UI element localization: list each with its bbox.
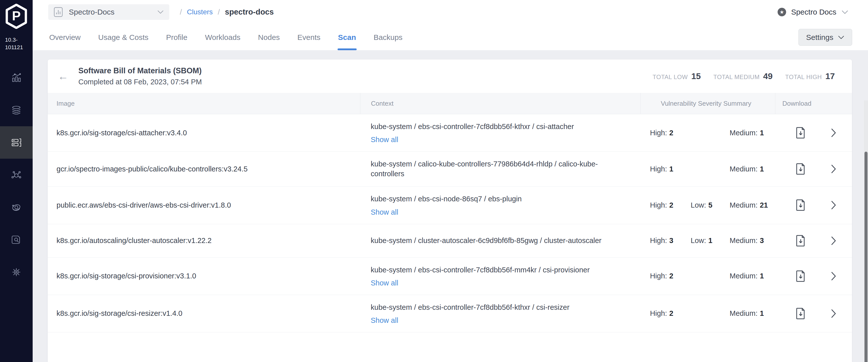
download-file-icon[interactable]: [796, 163, 805, 175]
project-selector[interactable]: Spectro-Docs: [48, 4, 169, 20]
severity-high-label: High:: [650, 309, 667, 318]
tab-workloads[interactable]: Workloads: [204, 33, 241, 50]
sbom-header: ← Software Bill of Materials (SBOM) Comp…: [48, 60, 852, 93]
row-chevron-right-icon[interactable]: [831, 271, 836, 281]
star-avatar-icon: ★: [778, 8, 786, 16]
table-row[interactable]: k8s.gcr.io/autoscaling/cluster-autoscale…: [48, 224, 852, 258]
severity-medium: Medium: 3: [730, 236, 775, 245]
severity-medium-label: Medium:: [730, 129, 757, 137]
severity-low: Low: 1: [691, 236, 730, 245]
sidebar-item-settings[interactable]: [0, 256, 33, 288]
scrollbar-track[interactable]: [864, 100, 868, 362]
download-cell: [775, 152, 852, 186]
download-file-icon[interactable]: [796, 235, 805, 246]
svg-text:P: P: [12, 8, 21, 23]
project-selector-label: Spectro-Docs: [69, 8, 157, 16]
show-all-link[interactable]: Show all: [371, 279, 398, 287]
sbom-completed-at: Completed at 08 Feb, 2023, 07:54 PM: [79, 78, 202, 86]
severity-cell: High: 1 Low: Medium: 1: [641, 152, 775, 186]
severity-high: High: 1: [641, 165, 691, 173]
context-text: kube-system / ebs-csi-node-86sq7 / ebs-p…: [371, 194, 625, 204]
tab-usage-costs[interactable]: Usage & Costs: [97, 33, 149, 50]
content-area: ← Software Bill of Materials (SBOM) Comp…: [33, 50, 868, 362]
severity-medium-value: 1: [760, 309, 764, 318]
severity-medium: Medium: 21: [730, 201, 775, 209]
table-row[interactable]: public.ecr.aws/ebs-csi-driver/aws-ebs-cs…: [48, 187, 852, 224]
show-all-link[interactable]: Show all: [371, 208, 398, 217]
show-all-link[interactable]: Show all: [371, 136, 398, 144]
severity-high: High: 2: [641, 201, 691, 209]
tab-overview[interactable]: Overview: [48, 33, 82, 50]
tab-events[interactable]: Events: [297, 33, 321, 50]
download-cell: [775, 258, 852, 295]
severity-medium-value: 1: [760, 129, 764, 137]
settings-button[interactable]: Settings: [799, 29, 852, 46]
download-cell: [775, 295, 852, 332]
severity-high-label: High:: [650, 236, 667, 245]
chevron-down-icon: [157, 10, 164, 14]
row-chevron-right-icon[interactable]: [831, 236, 836, 245]
show-all-link[interactable]: Show all: [371, 316, 398, 325]
download-file-icon[interactable]: [796, 270, 805, 282]
download-file-icon[interactable]: [796, 127, 805, 139]
row-chevron-right-icon[interactable]: [831, 309, 836, 318]
download-file-icon[interactable]: [796, 308, 805, 319]
chevron-down-icon: [841, 10, 848, 14]
table-row[interactable]: k8s.gcr.io/sig-storage/csi-resizer:v1.4.…: [48, 295, 852, 332]
download-file-icon[interactable]: [796, 199, 805, 211]
severity-high-label: High:: [650, 165, 667, 173]
severity-high-value: 2: [669, 129, 673, 137]
severity-medium-value: 1: [760, 165, 764, 173]
sidebar-item-clusters[interactable]: [0, 126, 33, 159]
image-name: k8s.gcr.io/sig-storage/csi-attacher:v3.4…: [57, 129, 187, 137]
severity-medium-label: Medium:: [730, 272, 757, 280]
severity-medium: Medium: 1: [730, 129, 775, 137]
table-row[interactable]: gcr.io/spectro-images-public/calico/kube…: [48, 152, 852, 187]
severity-medium-value: 21: [760, 201, 768, 209]
tab-profile[interactable]: Profile: [165, 33, 188, 50]
topbar-row1: Spectro-Docs / Clusters / spectro-docs ★…: [33, 0, 868, 24]
clusters-list-icon: [10, 137, 22, 149]
back-arrow-icon[interactable]: ←: [58, 70, 73, 83]
sidebar-item-workspaces[interactable]: [0, 159, 33, 191]
tab-bar: Overview Usage & Costs Profile Workloads…: [48, 33, 404, 50]
severity-low-label: Low:: [691, 236, 706, 245]
row-chevron-right-icon[interactable]: [831, 164, 836, 174]
severity-high-value: 1: [669, 165, 673, 173]
context-text: kube-system / cluster-autoscaler-6c9d9bf…: [371, 236, 625, 245]
breadcrumb-clusters-link[interactable]: Clusters: [187, 8, 213, 16]
total-high-value: 17: [825, 71, 835, 81]
sidebar-item-audit[interactable]: [0, 223, 33, 256]
severity-high-value: 3: [669, 236, 673, 245]
row-chevron-right-icon[interactable]: [831, 200, 836, 210]
cluster-groups-orbit-icon: [10, 202, 22, 213]
palette-logo[interactable]: P: [0, 0, 33, 30]
context-text: kube-system / calico-kube-controllers-77…: [371, 159, 625, 179]
bar-chart-icon: [54, 7, 63, 17]
severity-cell: High: 2 Low: 5 Medium: 21: [641, 187, 775, 224]
sidebar-item-cluster-groups[interactable]: [0, 191, 33, 223]
sidebar-nav: [0, 62, 33, 288]
palette-hexagon-p-logo: P: [5, 4, 28, 29]
table-row[interactable]: k8s.gcr.io/sig-storage/csi-provisioner:v…: [48, 258, 852, 295]
image-name: k8s.gcr.io/autoscaling/cluster-autoscale…: [57, 236, 212, 245]
app-version: 10.3-101121: [0, 36, 33, 51]
tab-scan[interactable]: Scan: [337, 33, 357, 50]
context-cell: kube-system / ebs-csi-controller-7cf8dbb…: [360, 114, 641, 152]
row-chevron-right-icon[interactable]: [831, 128, 836, 138]
tab-nodes[interactable]: Nodes: [257, 33, 281, 50]
severity-high-value: 2: [669, 272, 673, 280]
chevron-down-icon: [838, 35, 844, 39]
table-header: Image Context Vulnerability Severity Sum…: [48, 93, 852, 114]
sidebar-item-profiles[interactable]: [0, 94, 33, 126]
severity-medium-label: Medium:: [730, 236, 757, 245]
context-text: kube-system / ebs-csi-controller-7cf8dbb…: [371, 122, 625, 132]
tab-backups[interactable]: Backups: [373, 33, 404, 50]
tenant-menu[interactable]: ★ Spectro Docs: [778, 0, 848, 24]
table-row[interactable]: k8s.gcr.io/sig-storage/csi-attacher:v3.4…: [48, 114, 852, 152]
scrollbar-thumb[interactable]: [865, 152, 868, 362]
severity-cell: High: 2 Low: Medium: 1: [641, 258, 775, 295]
sidebar-item-monitoring[interactable]: [0, 62, 33, 94]
download-cell: [775, 224, 852, 257]
context-cell: kube-system / calico-kube-controllers-77…: [360, 152, 641, 186]
